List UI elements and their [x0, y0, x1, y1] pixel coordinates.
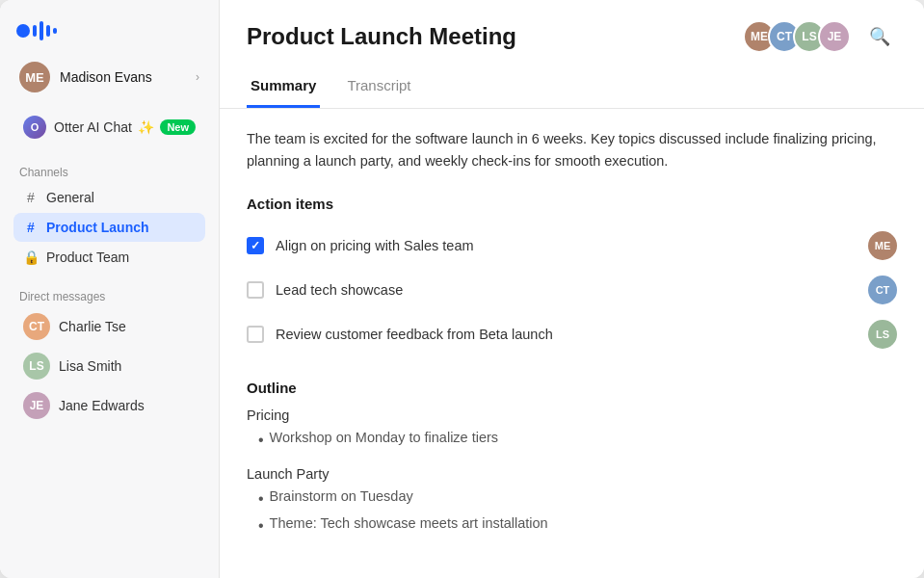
hash-icon: # [23, 190, 39, 205]
outline-item: • Brainstorm on Tuesday [247, 486, 897, 512]
avatar: ME [19, 62, 50, 92]
outline-title: Outline [247, 380, 897, 396]
search-button[interactable]: 🔍 [862, 19, 897, 54]
action-text: Lead tech showcase [276, 282, 403, 298]
content-area: The team is excited for the software lau… [220, 109, 924, 578]
otter-ai-label: Otter AI Chat ✨ [54, 119, 154, 135]
dm-item-charlie-tse[interactable]: CT Charlie Tse [13, 307, 205, 346]
outline-heading: Pricing [247, 407, 897, 423]
action-checkbox[interactable] [247, 326, 264, 343]
sidebar-item-label: Product Team [46, 250, 129, 265]
sidebar-item-label: General [46, 190, 94, 205]
new-badge: New [160, 119, 196, 135]
main-header: Product Launch Meeting ME CT LS JE 🔍 [220, 0, 924, 54]
action-item: Lead tech showcase CT [247, 268, 897, 312]
dm-item-jane-edwards[interactable]: JE Jane Edwards [13, 386, 205, 425]
channels-label: Channels [13, 166, 205, 179]
sidebar-item-product-launch[interactable]: # Product Launch [13, 213, 205, 242]
sidebar-item-label: Product Launch [46, 220, 149, 235]
channels-section: Channels # General # Product Launch 🔒 Pr… [0, 152, 219, 276]
dm-name: Jane Edwards [59, 398, 145, 413]
action-item: Align on pricing with Sales team ME [247, 223, 897, 268]
tab-transcript[interactable]: Transcript [343, 69, 414, 108]
outline-heading: Launch Party [247, 466, 897, 482]
app-window: ME Madison Evans › O Otter AI Chat ✨ New… [0, 0, 924, 578]
action-text: Align on pricing with Sales team [276, 238, 474, 253]
main-content: Product Launch Meeting ME CT LS JE 🔍 Sum… [220, 0, 924, 578]
header-right: ME CT LS JE 🔍 [743, 19, 897, 54]
otter-ai-chat-item[interactable]: O Otter AI Chat ✨ New [13, 109, 205, 145]
sidebar-item-product-team[interactable]: 🔒 Product Team [13, 243, 205, 272]
action-items-section: Action items Align on pricing with Sales… [247, 196, 897, 356]
outline-group-pricing: Pricing • Workshop on Monday to finalize… [247, 407, 897, 454]
dm-avatar: JE [23, 392, 50, 419]
svg-point-0 [16, 24, 30, 38]
dm-item-lisa-smith[interactable]: LS Lisa Smith [13, 347, 205, 385]
lock-icon: 🔒 [23, 250, 39, 265]
dm-name: Lisa Smith [59, 358, 121, 374]
svg-rect-2 [40, 21, 43, 40]
dm-section: Direct messages CT Charlie Tse LS Lisa S… [0, 276, 219, 430]
summary-text: The team is excited for the software lau… [247, 128, 897, 172]
action-items-title: Action items [247, 196, 897, 212]
dm-avatar: CT [23, 313, 50, 340]
outline-item: • Workshop on Monday to finalize tiers [247, 427, 897, 454]
action-text: Review customer feedback from Beta launc… [276, 327, 553, 342]
dm-avatar: LS [23, 353, 50, 380]
action-checkbox[interactable] [247, 237, 264, 254]
user-profile[interactable]: ME Madison Evans › [6, 56, 213, 98]
action-checkbox[interactable] [247, 281, 264, 299]
action-assignee-avatar: LS [868, 320, 897, 349]
outline-group-launch-party: Launch Party • Brainstorm on Tuesday • T… [247, 466, 897, 540]
hash-icon: # [23, 220, 39, 235]
participant-avatars: ME CT LS JE [743, 20, 851, 53]
sidebar-item-general[interactable]: # General [13, 183, 205, 212]
action-item: Review customer feedback from Beta launc… [247, 312, 897, 356]
bullet-icon: • [258, 430, 264, 451]
svg-rect-4 [53, 28, 57, 34]
dm-label: Direct messages [13, 290, 205, 303]
bullet-icon: • [258, 488, 264, 510]
participant-avatar: JE [818, 20, 851, 53]
bullet-icon: • [258, 515, 264, 537]
action-assignee-avatar: CT [868, 276, 897, 304]
sidebar: ME Madison Evans › O Otter AI Chat ✨ New… [0, 0, 220, 578]
svg-rect-3 [46, 25, 50, 37]
otter-ai-avatar: O [23, 116, 46, 139]
outline-item-text: Theme: Tech showcase meets art installat… [270, 515, 548, 531]
app-logo [0, 0, 219, 56]
user-name: Madison Evans [60, 69, 152, 85]
outline-item-text: Workshop on Monday to finalize tiers [270, 430, 499, 445]
outline-item-text: Brainstorm on Tuesday [270, 488, 413, 504]
svg-rect-1 [33, 25, 37, 37]
meeting-title: Product Launch Meeting [247, 23, 516, 50]
tabs: Summary Transcript [220, 58, 924, 109]
dm-name: Charlie Tse [59, 319, 126, 334]
tab-summary[interactable]: Summary [247, 69, 320, 108]
chevron-right-icon: › [196, 70, 199, 84]
outline-item: • Theme: Tech showcase meets art install… [247, 512, 897, 539]
action-assignee-avatar: ME [868, 231, 897, 260]
search-icon: 🔍 [869, 26, 890, 47]
outline-section: Outline Pricing • Workshop on Monday to … [247, 380, 897, 539]
